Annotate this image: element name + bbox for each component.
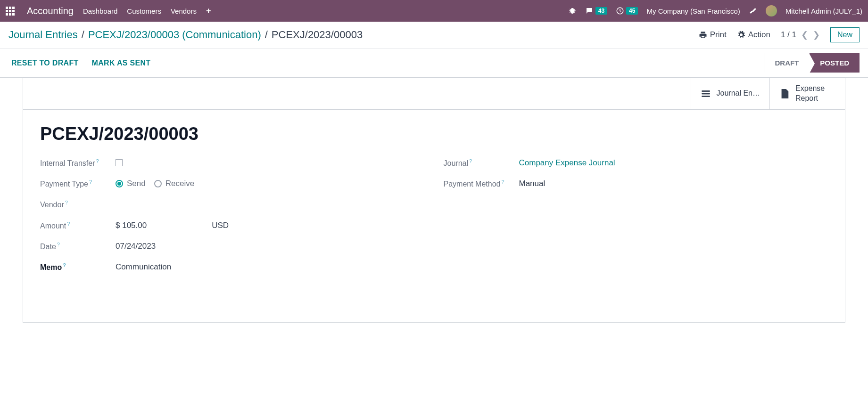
radio-unchecked-icon	[154, 180, 162, 187]
payment-type-send-radio[interactable]: Send	[116, 179, 146, 188]
field-internal-transfer: Internal Transfer?	[40, 158, 425, 168]
status-posted[interactable]: POSTED	[809, 53, 860, 73]
form-sheet: Journal En… Expense Report PCEXJ/2023/00…	[23, 78, 845, 323]
record-title: PCEXJ/2023/00003	[40, 124, 828, 144]
currency-value: USD	[212, 221, 229, 230]
status-bar: RESET TO DRAFT MARK AS SENT DRAFT POSTED	[0, 49, 868, 78]
reset-to-draft-button[interactable]: RESET TO DRAFT	[11, 59, 79, 67]
field-vendor: Vendor?	[40, 200, 425, 209]
journal-link[interactable]: Company Expense Journal	[519, 158, 615, 168]
field-date: Date? 07/24/2023	[40, 242, 425, 251]
breadcrumb-current: PCEXJ/2023/00003	[272, 29, 363, 41]
pager-count[interactable]: 1 / 1	[781, 30, 796, 40]
bug-icon[interactable]	[568, 7, 577, 15]
internal-transfer-checkbox[interactable]	[116, 159, 123, 166]
print-icon	[699, 31, 707, 39]
print-button[interactable]: Print	[699, 30, 727, 40]
pager: 1 / 1 ❮ ❯	[781, 30, 820, 40]
payment-method-value: Manual	[519, 179, 546, 188]
mark-as-sent-button[interactable]: MARK AS SENT	[92, 59, 151, 67]
messages-button[interactable]: 43	[585, 7, 607, 15]
date-value: 07/24/2023	[116, 242, 156, 251]
pager-next[interactable]: ❯	[813, 30, 820, 40]
apps-icon[interactable]	[6, 7, 15, 16]
memo-value: Communication	[116, 262, 171, 272]
nav-dashboard[interactable]: Dashboard	[83, 5, 117, 17]
top-navbar: Accounting Dashboard Customers Vendors +…	[0, 0, 868, 22]
field-journal: Journal? Company Expense Journal	[444, 158, 828, 168]
nav-vendors[interactable]: Vendors	[171, 5, 197, 17]
expense-report-stat-button[interactable]: Expense Report	[769, 78, 845, 109]
payment-type-receive-radio[interactable]: Receive	[154, 179, 194, 188]
action-button[interactable]: Action	[737, 30, 770, 40]
amount-value: $ 105.00	[116, 221, 147, 230]
nav-customers[interactable]: Customers	[127, 5, 161, 17]
status-draft[interactable]: DRAFT	[764, 53, 809, 73]
messages-badge: 43	[595, 7, 607, 15]
tools-icon[interactable]	[749, 7, 757, 15]
stat-button-box: Journal En… Expense Report	[23, 78, 845, 110]
control-bar: Journal Entries / PCEXJ/2023/00003 (Comm…	[0, 22, 868, 49]
company-selector[interactable]: My Company (San Francisco)	[646, 7, 740, 15]
avatar[interactable]	[766, 5, 777, 16]
gear-icon	[737, 31, 745, 39]
breadcrumb-l1[interactable]: Journal Entries	[8, 29, 78, 41]
activities-badge: 45	[626, 7, 638, 15]
journal-entry-stat-button[interactable]: Journal En…	[691, 78, 770, 109]
field-payment-method: Payment Method? Manual	[444, 179, 828, 188]
pager-prev[interactable]: ❮	[801, 30, 808, 40]
status-steps: DRAFT POSTED	[764, 53, 860, 73]
radio-checked-icon	[116, 180, 123, 187]
new-button[interactable]: New	[830, 27, 860, 42]
activities-button[interactable]: 45	[616, 7, 638, 15]
field-payment-type: Payment Type? Send Receive	[40, 179, 425, 188]
document-icon	[779, 89, 790, 99]
breadcrumb: Journal Entries / PCEXJ/2023/00003 (Comm…	[8, 29, 699, 41]
app-brand[interactable]: Accounting	[27, 6, 74, 16]
field-amount: Amount? $ 105.00 USD	[40, 221, 425, 230]
list-icon	[701, 89, 711, 99]
clock-icon	[616, 7, 624, 15]
user-menu[interactable]: Mitchell Admin (JULY_1)	[785, 7, 862, 15]
chat-icon	[585, 7, 594, 15]
nav-new-menu[interactable]: +	[206, 4, 211, 18]
breadcrumb-l2[interactable]: PCEXJ/2023/00003 (Communication)	[88, 29, 261, 41]
field-memo: Memo? Communication	[40, 262, 425, 272]
